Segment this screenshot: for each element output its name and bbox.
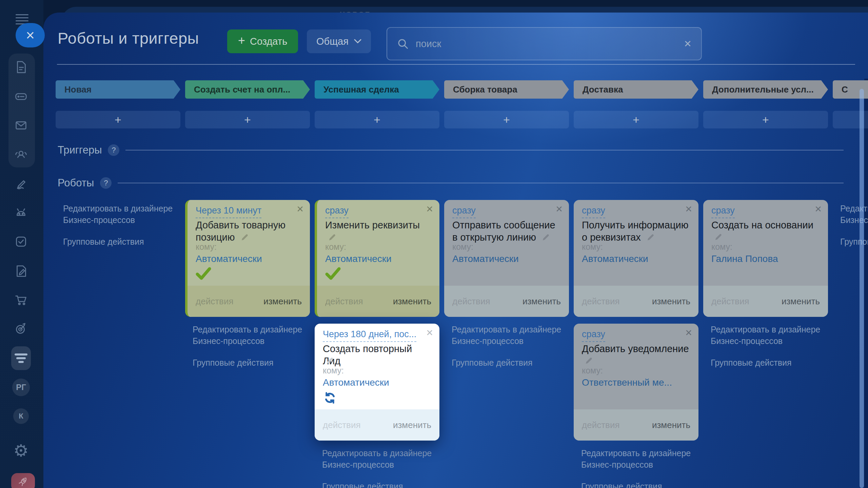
robot-assignee-link[interactable]: Ответственный ме... (582, 377, 672, 388)
stage-1[interactable]: Новая (56, 80, 180, 99)
stage-3[interactable]: Успешная сделка (315, 80, 439, 99)
robot-assignee-link[interactable]: Автоматически (452, 253, 519, 264)
search-input[interactable] (416, 38, 677, 49)
add-robot-button-3[interactable]: + (315, 111, 439, 128)
add-robot-button-6[interactable]: + (703, 111, 828, 128)
robot-card[interactable]: сразу✕Получить информацию о реквизитах к… (574, 200, 698, 317)
robot-card[interactable]: сразу✕Создать на основаниикому:Галина По… (703, 200, 828, 317)
signature-icon[interactable] (13, 176, 29, 192)
edit-pencil-icon[interactable] (328, 233, 337, 242)
add-robot-button-5[interactable]: + (574, 111, 698, 128)
robot-timing-link[interactable]: сразу (582, 329, 605, 342)
card-edit-link[interactable]: изменить (263, 296, 302, 307)
stage-4[interactable]: Сборка товара (444, 80, 569, 99)
edit-pencil-icon[interactable] (711, 232, 723, 242)
delete-robot-icon[interactable]: ✕ (296, 205, 304, 214)
to-label: кому: (582, 366, 603, 375)
create-button[interactable]: + Создать (227, 29, 298, 53)
group-actions-link[interactable]: Групповые действия (193, 357, 304, 368)
edit-designer-link[interactable]: Редактировать в дизайнере Бизнес-процесс… (322, 447, 434, 470)
card-footer: действияизменить (574, 286, 698, 317)
card-actions-link[interactable]: действия (582, 420, 619, 430)
card-actions-link[interactable]: действия (323, 420, 360, 430)
stage-6[interactable]: Дополнительные усл... (703, 80, 828, 99)
edit-designer-link[interactable]: Редактировать в дизайнере Бизнес-процесс… (63, 203, 175, 226)
delete-robot-icon[interactable]: ✕ (426, 328, 433, 337)
add-robot-button-4[interactable]: + (444, 111, 569, 128)
edit-pencil-icon[interactable] (582, 356, 593, 365)
rocket-button[interactable] (11, 473, 35, 488)
help-icon[interactable]: ? (108, 144, 119, 156)
card-actions-link[interactable]: действия (196, 296, 233, 307)
robot-assignee-link[interactable]: Автоматически (325, 253, 392, 264)
edit-designer-link[interactable]: Редактировать в дизайнере Бизнес-процесс… (581, 447, 693, 470)
group-actions-link[interactable]: Групповые действия (63, 236, 175, 247)
robot-assignee-link[interactable]: Галина Попова (711, 253, 778, 264)
robot-timing-link[interactable]: сразу (711, 205, 735, 218)
category-dropdown[interactable]: Общая (307, 29, 371, 53)
group-actions-link[interactable]: Групповые действия (711, 357, 823, 368)
card-edit-link[interactable]: изменить (652, 296, 690, 307)
robot-timing-link[interactable]: Через 180 дней, пос... (323, 329, 416, 342)
robot-card[interactable]: Через 180 дней, пос...✕Создать повторный… (315, 324, 439, 441)
card-edit-link[interactable]: изменить (522, 296, 561, 307)
add-robot-button-1[interactable]: + (56, 111, 180, 128)
edit-pencil-icon[interactable] (323, 356, 334, 365)
card-edit-link[interactable]: изменить (393, 420, 431, 430)
robot-card[interactable]: Через 10 минут✕Добавить товарную позицию… (185, 200, 310, 317)
edit-designer-link[interactable]: Редактировать в дизайнере Бизнес-процесс… (711, 324, 823, 347)
card-actions-link[interactable]: действия (582, 296, 619, 307)
mail-icon[interactable] (13, 118, 29, 133)
robot-timing-link[interactable]: сразу (582, 205, 605, 218)
clear-search-icon[interactable]: ✕ (684, 38, 692, 49)
stage-5[interactable]: Доставка (574, 80, 698, 99)
stage-2[interactable]: Создать счет на опл... (185, 80, 310, 99)
card-edit-link[interactable]: изменить (782, 296, 820, 307)
tasks-icon[interactable] (13, 234, 29, 249)
delete-robot-icon[interactable]: ✕ (685, 205, 692, 214)
document-edit-icon[interactable] (13, 263, 29, 279)
sidebar-item-crm-active[interactable] (11, 346, 31, 370)
group-actions-link[interactable]: Групповые действия (452, 357, 564, 368)
edit-pencil-icon[interactable] (240, 233, 249, 242)
cart-icon[interactable] (13, 292, 29, 308)
card-edit-link[interactable]: изменить (652, 420, 690, 430)
robots-label: Роботы (58, 177, 94, 189)
avatar-k[interactable]: К (13, 408, 29, 424)
card-edit-link[interactable]: изменить (393, 296, 431, 307)
help-icon[interactable]: ? (100, 177, 112, 189)
group-actions-link[interactable]: Групповые действия (581, 481, 693, 488)
robot-timing-link[interactable]: сразу (452, 205, 476, 218)
delete-robot-icon[interactable]: ✕ (685, 328, 692, 337)
robot-assignee-link[interactable]: Автоматически (582, 253, 648, 264)
delete-robot-icon[interactable]: ✕ (426, 205, 433, 214)
robot-icon[interactable] (13, 205, 29, 221)
avatar-rg[interactable]: РГ (12, 379, 30, 396)
card-actions-link[interactable]: действия (452, 296, 490, 307)
group-actions-link[interactable]: Групповые действия (322, 481, 434, 488)
edit-designer-link[interactable]: Редактировать в дизайнере Бизнес-процесс… (193, 324, 304, 347)
robot-assignee-link[interactable]: Автоматически (323, 377, 389, 388)
robot-card[interactable]: сразу✕Отправить сообщение в открытую лин… (444, 200, 569, 317)
robot-assignee-link[interactable]: Автоматически (196, 253, 262, 264)
target-icon[interactable] (13, 321, 29, 337)
vertical-scrollbar[interactable] (860, 89, 864, 488)
close-slider-button[interactable]: × (16, 23, 45, 47)
edit-pencil-icon[interactable] (541, 233, 550, 242)
robot-card[interactable]: сразу✕Добавить уведомлениекому:Ответстве… (574, 324, 698, 441)
edit-pencil-icon[interactable] (646, 233, 655, 242)
card-actions-link[interactable]: действия (325, 296, 363, 307)
contacts-icon[interactable] (13, 146, 29, 162)
edit-designer-link[interactable]: Редактировать в дизайнере Бизнес-процесс… (452, 324, 564, 347)
card-actions-link[interactable]: действия (711, 296, 749, 307)
robot-name: Добавить уведомление (582, 343, 690, 355)
robot-card[interactable]: сразу✕Изменить реквизиты кому:Автоматиче… (315, 200, 439, 317)
robot-timing-link[interactable]: Через 10 минут (196, 205, 261, 218)
delete-robot-icon[interactable]: ✕ (555, 205, 563, 214)
delete-robot-icon[interactable]: ✕ (814, 205, 822, 214)
robot-timing-link[interactable]: сразу (325, 205, 349, 218)
document-icon[interactable] (13, 59, 29, 75)
card-reader-icon[interactable] (13, 89, 29, 104)
add-robot-button-2[interactable]: + (185, 111, 310, 128)
settings-gear-icon[interactable]: ⚙ (14, 441, 29, 461)
